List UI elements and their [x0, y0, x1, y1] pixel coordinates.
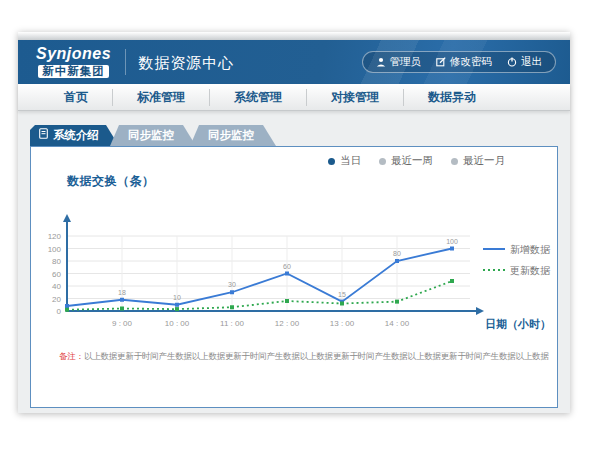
svg-text:60: 60 — [52, 270, 61, 279]
tab-sync-monitor-2[interactable]: 同步监控 — [190, 125, 276, 146]
radio-today-label: 当日 — [340, 154, 361, 168]
company-logo: Synjones 新中新集团 — [36, 46, 111, 79]
svg-text:80: 80 — [393, 250, 401, 257]
radio-today[interactable]: 当日 — [328, 154, 361, 168]
edit-icon — [436, 57, 446, 67]
svg-text:14 : 00: 14 : 00 — [385, 319, 410, 328]
page-title: 数据资源中心 — [138, 54, 234, 73]
power-icon — [507, 57, 517, 67]
legend-item[interactable]: 新增数据 — [483, 244, 551, 255]
change-password-label: 修改密码 — [450, 55, 492, 69]
logo-text-cn: 新中新集团 — [38, 65, 109, 79]
svg-text:120: 120 — [48, 232, 62, 241]
main-navigation: 首页 标准管理 系统管理 对接管理 数据异动 — [18, 84, 570, 111]
svg-text:15: 15 — [338, 291, 346, 298]
svg-text:80: 80 — [52, 257, 61, 266]
svg-text:日期（小时）: 日期（小时） — [485, 318, 551, 331]
window-top-strip — [18, 32, 570, 40]
svg-text:20: 20 — [52, 295, 61, 304]
svg-text:10: 10 — [173, 294, 181, 301]
current-user-label: 管理员 — [390, 55, 422, 69]
svg-text:18: 18 — [118, 289, 126, 296]
nav-item-data-changes[interactable]: 数据异动 — [403, 89, 500, 106]
line-chart: 0204060801001209 : 0010 : 0011 : 0012 : … — [37, 191, 557, 343]
nav-item-standard-management[interactable]: 标准管理 — [112, 89, 209, 106]
svg-text:30: 30 — [228, 281, 236, 288]
nav-item-integration-management[interactable]: 对接管理 — [306, 89, 403, 106]
header-divider — [125, 49, 126, 75]
svg-text:40: 40 — [52, 282, 61, 291]
radio-unselected-icon — [379, 158, 386, 165]
user-toolbar: 管理员 修改密码 退出 — [362, 51, 557, 73]
radio-last-month-label: 最近一月 — [463, 154, 505, 168]
radio-last-week-label: 最近一周 — [391, 154, 433, 168]
svg-text:60: 60 — [283, 263, 291, 270]
svg-text:100: 100 — [48, 245, 62, 254]
change-password-button[interactable]: 修改密码 — [436, 55, 492, 69]
tab-sync-monitor-1[interactable]: 同步监控 — [110, 125, 196, 146]
footnote: 备注：以上数据更新于时间产生数据以上数据更新于时间产生数据以上数据更新于时间产生… — [59, 351, 549, 363]
tab-system-introduction[interactable]: 系统介绍 — [30, 125, 119, 146]
svg-text:12 : 00: 12 : 00 — [275, 319, 300, 328]
user-icon — [376, 57, 386, 67]
radio-selected-icon — [328, 158, 335, 165]
radio-last-week[interactable]: 最近一周 — [379, 154, 433, 168]
current-user[interactable]: 管理员 — [376, 55, 422, 69]
svg-text:更新数据: 更新数据 — [510, 265, 551, 276]
footnote-text: 以上数据更新于时间产生数据以上数据更新于时间产生数据以上数据更新于时间产生数据以… — [84, 351, 549, 361]
nav-item-system-management[interactable]: 系统管理 — [209, 89, 306, 106]
svg-text:11 : 00: 11 : 00 — [220, 319, 244, 328]
radio-last-month[interactable]: 最近一月 — [451, 154, 505, 168]
logout-button[interactable]: 退出 — [507, 55, 542, 69]
logo-text-en: Synjones — [36, 46, 111, 62]
legend-item[interactable]: 更新数据 — [483, 265, 551, 276]
document-icon — [39, 125, 48, 146]
logout-label: 退出 — [521, 55, 542, 69]
svg-text:0: 0 — [57, 307, 62, 316]
svg-text:10 : 00: 10 : 00 — [165, 319, 190, 328]
svg-text:9 : 00: 9 : 00 — [112, 319, 133, 328]
svg-text:新增数据: 新增数据 — [510, 244, 551, 255]
content-area: 系统介绍 同步监控 同步监控 当日 最近一周 最近一月 数据交换 — [18, 125, 570, 427]
tab-label: 系统介绍 — [53, 125, 99, 146]
footnote-label: 备注： — [59, 351, 84, 361]
tab-bar: 系统介绍 同步监控 同步监控 — [30, 125, 570, 146]
svg-text:13 : 00: 13 : 00 — [330, 319, 355, 328]
svg-text:100: 100 — [446, 238, 458, 245]
time-range-filter: 当日 最近一周 最近一月 — [328, 154, 505, 168]
chart-container: 0204060801001209 : 0010 : 0011 : 0012 : … — [37, 191, 557, 347]
chart-panel: 当日 最近一周 最近一月 数据交换（条） 0204060801001209 : … — [30, 146, 558, 408]
nav-item-home[interactable]: 首页 — [40, 89, 112, 106]
chart-y-axis-title: 数据交换（条） — [67, 173, 155, 190]
app-header: Synjones 新中新集团 数据资源中心 管理员 修改密码 — [18, 40, 570, 84]
radio-unselected-icon — [451, 158, 458, 165]
app-window: Synjones 新中新集团 数据资源中心 管理员 修改密码 — [18, 32, 570, 413]
